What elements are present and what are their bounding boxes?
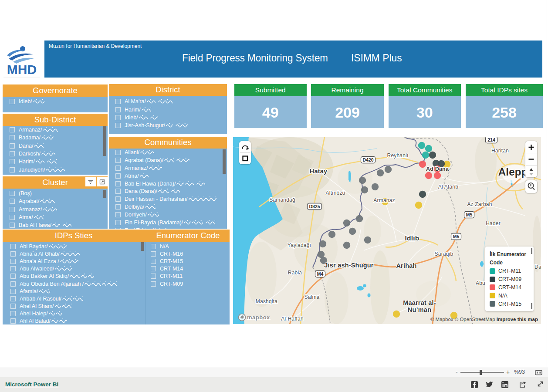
svg-text:Armanaz: Armanaz (373, 197, 395, 203)
svg-text:Arihah: Arihah (396, 262, 416, 269)
svg-text:Az Zarbah: Az Zarbah (467, 201, 492, 207)
svg-text:Abu: Abu (476, 280, 485, 286)
svg-text:Samandağ: Samandağ (269, 197, 295, 203)
svg-text:Haritan: Haritan (491, 148, 509, 154)
svg-text:Altınözü: Altınözü (326, 190, 345, 196)
svg-text:Dar: Dar (534, 264, 541, 270)
svg-text:Maarrat al-: Maarrat al- (403, 299, 436, 306)
svg-text:Jisr ash-Shugur: Jisr ash-Shugur (324, 262, 374, 269)
svg-text:D420: D420 (362, 157, 373, 162)
svg-text:Salma: Salma (304, 294, 319, 300)
svg-text:Saraqib: Saraqib (435, 251, 453, 257)
svg-text:214: 214 (487, 137, 495, 142)
svg-text:Rabia: Rabia (288, 270, 302, 276)
svg-text:Ad Dana: Ad Dana (426, 166, 449, 172)
svg-text:Reyhanlı: Reyhanlı (387, 152, 409, 159)
svg-text:M4: M4 (317, 271, 324, 277)
svg-text:M5: M5 (453, 234, 460, 239)
svg-text:Mashqita: Mashqita (256, 298, 277, 304)
svg-text:Al-Haffah: Al-Haffah (281, 316, 304, 322)
svg-text:M5: M5 (466, 212, 473, 217)
svg-text:Yayladağı: Yayladağı (288, 242, 311, 248)
svg-text:Nu’man: Nu’man (408, 306, 431, 313)
svg-text:Hader: Hader (486, 220, 501, 226)
svg-text:D825: D825 (309, 204, 320, 209)
svg-text:mapbox: mapbox (247, 314, 270, 321)
svg-text:Hatay: Hatay (310, 168, 328, 175)
svg-text:Idlib: Idlib (405, 234, 419, 242)
svg-text:Al Atarib: Al Atarib (438, 184, 459, 190)
svg-text:MHD: MHD (7, 62, 37, 77)
